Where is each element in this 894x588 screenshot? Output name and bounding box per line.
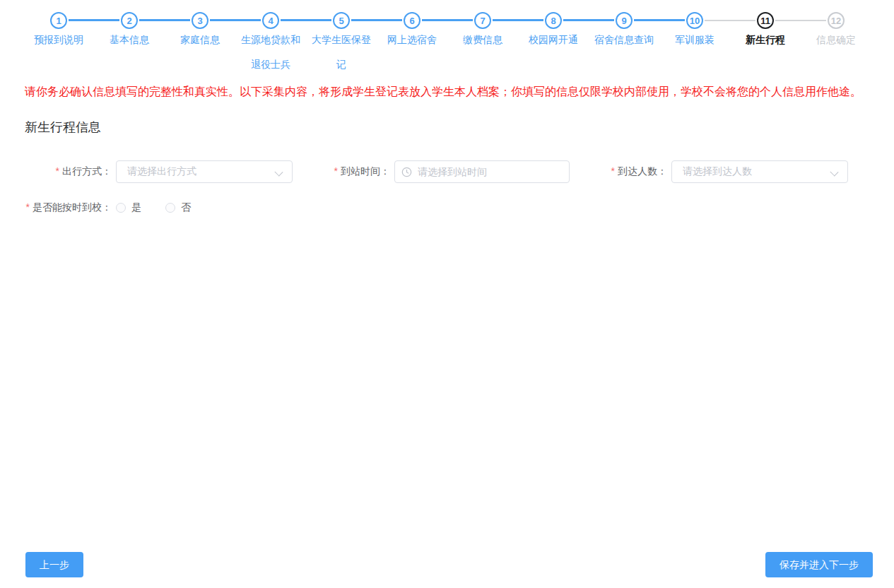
step-item: 4 生源地贷款和退役士兵 xyxy=(235,12,306,77)
travel-mode-label: *出行方式： xyxy=(25,165,116,178)
step-item: 9 宿舍信息查询 xyxy=(589,12,659,77)
step-connector xyxy=(634,19,685,21)
step-label: 家庭信息 xyxy=(166,28,234,52)
stepper: 1 预报到说明 2 基本信息 3 家庭信息 4 生源地贷款和退役士兵 5 大学生… xyxy=(0,0,894,77)
step-number: 8 xyxy=(545,12,562,29)
arrival-time-field[interactable] xyxy=(394,160,570,183)
step-label: 缴费信息 xyxy=(449,28,517,52)
step-item: 1 预报到说明 xyxy=(23,12,94,77)
arrival-count-placeholder: 请选择到达人数 xyxy=(672,165,752,178)
step-label: 生源地贷款和退役士兵 xyxy=(237,28,305,77)
step-connector xyxy=(281,19,331,21)
on-time-radio-group: 是 否 xyxy=(116,201,215,214)
arrival-count-select[interactable]: 请选择到达人数 xyxy=(671,160,848,183)
step-label: 预报到说明 xyxy=(25,28,93,52)
travel-mode-label-text: 出行方式： xyxy=(62,165,112,177)
radio-no-label: 否 xyxy=(181,201,191,214)
step-item: 8 校园网开通 xyxy=(518,12,589,77)
step-item: 10 军训服装 xyxy=(659,12,730,77)
step-number: 9 xyxy=(616,12,633,29)
on-time-label: *是否能按时到校： xyxy=(25,201,116,214)
form-item-on-time: *是否能按时到校： 是 否 xyxy=(25,201,215,214)
step-label: 校园网开通 xyxy=(519,28,587,52)
step-item: 7 缴费信息 xyxy=(447,12,518,77)
step-item: 2 基本信息 xyxy=(94,12,165,77)
step-number: 2 xyxy=(121,12,138,29)
step-connector xyxy=(210,19,261,21)
form-item-travel-mode: *出行方式： 请选择出行方式 xyxy=(25,160,293,183)
step-item: 12 信息确定 xyxy=(801,12,871,77)
step-connector xyxy=(139,19,190,21)
form-item-arrival-count: *到达人数： 请选择到达人数 xyxy=(570,160,848,183)
step-item: 11 新生行程 xyxy=(730,12,801,77)
required-asterisk: * xyxy=(611,165,615,177)
arrival-time-label-text: 到站时间： xyxy=(341,165,390,177)
radio-option-no[interactable]: 否 xyxy=(165,201,191,214)
arrival-time-input[interactable] xyxy=(395,161,569,182)
footer-actions: 上一步 保存并进入下一步 xyxy=(25,552,873,577)
radio-yes-label: 是 xyxy=(131,201,141,214)
step-connector xyxy=(351,19,402,21)
arrival-count-label-text: 到达人数： xyxy=(618,165,667,177)
clock-icon xyxy=(401,167,412,177)
step-item: 5 大学生医保登记 xyxy=(306,12,377,77)
step-number: 4 xyxy=(262,12,279,29)
step-connector xyxy=(705,20,755,21)
step-number: 7 xyxy=(474,12,491,29)
step-item: 6 网上选宿舍 xyxy=(377,12,447,77)
step-number: 10 xyxy=(686,12,703,29)
chevron-down-icon xyxy=(274,167,283,176)
step-connector xyxy=(69,19,119,21)
radio-circle-icon xyxy=(165,203,175,213)
arrival-time-label: *到站时间： xyxy=(293,165,394,178)
page-title: 新生行程信息 xyxy=(25,121,894,134)
step-label: 基本信息 xyxy=(95,28,163,52)
step-label: 大学生医保登记 xyxy=(307,28,375,77)
required-asterisk: * xyxy=(26,201,30,213)
save-next-button[interactable]: 保存并进入下一步 xyxy=(765,552,873,577)
step-label: 新生行程 xyxy=(731,28,799,52)
step-label: 军训服装 xyxy=(661,28,729,52)
radio-circle-icon xyxy=(116,203,126,213)
step-number: 5 xyxy=(333,12,350,29)
required-asterisk: * xyxy=(334,165,338,177)
step-connector xyxy=(493,19,543,21)
step-number: 3 xyxy=(192,12,208,29)
travel-mode-placeholder: 请选择出行方式 xyxy=(117,165,196,178)
step-head: 1 xyxy=(23,12,94,29)
form-row-travel: *出行方式： 请选择出行方式 *到站时间： *到达人数： 请选择到达人数 xyxy=(25,160,894,183)
on-time-label-text: 是否能按时到校： xyxy=(33,201,112,213)
step-connector xyxy=(422,19,473,21)
step-number: 6 xyxy=(404,12,420,29)
step-label: 网上选宿舍 xyxy=(378,28,446,52)
travel-mode-select[interactable]: 请选择出行方式 xyxy=(116,160,293,183)
prev-step-button[interactable]: 上一步 xyxy=(25,552,83,577)
form-item-arrival-time: *到站时间： xyxy=(293,160,570,183)
notice-text: 请你务必确认信息填写的完整性和真实性。以下采集内容，将形成学生登记表放入学生本人… xyxy=(25,86,873,98)
radio-option-yes[interactable]: 是 xyxy=(116,201,141,214)
step-item: 3 家庭信息 xyxy=(165,12,235,77)
step-label: 信息确定 xyxy=(802,28,870,52)
step-number: 12 xyxy=(828,12,845,29)
step-label: 宿舍信息查询 xyxy=(590,28,658,52)
arrival-count-label: *到达人数： xyxy=(570,165,671,178)
form-row-on-time: *是否能按时到校： 是 否 xyxy=(25,201,894,214)
chevron-down-icon xyxy=(830,167,838,176)
step-number: 11 xyxy=(757,12,774,29)
required-asterisk: * xyxy=(56,165,59,177)
step-number: 1 xyxy=(50,12,67,29)
step-connector xyxy=(563,19,614,21)
step-connector xyxy=(775,20,826,21)
